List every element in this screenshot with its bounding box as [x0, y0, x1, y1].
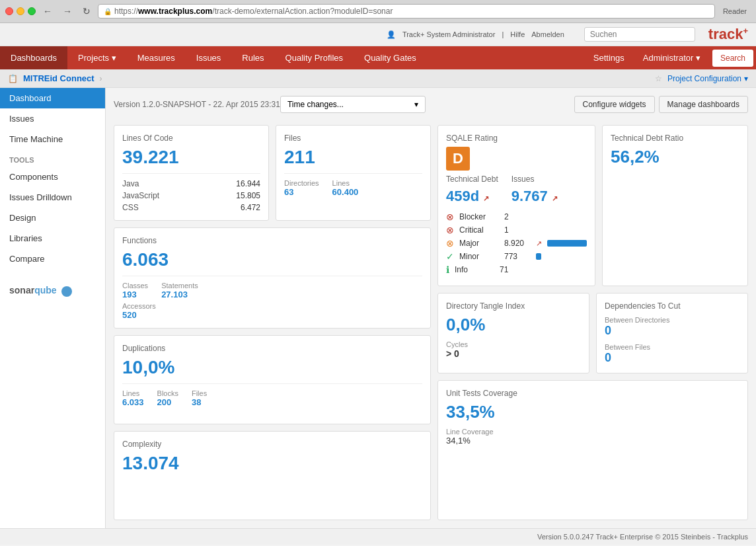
sidebar-item-issues-drilldown[interactable]: Issues Drilldown [0, 187, 105, 208]
breadcrumb-bar: 📋 MITREid Connect › ☆ Project Configurat… [0, 69, 756, 88]
version-text: Version 1.2.0-SNAPSHOT - 22. Apr 2015 23… [114, 100, 280, 109]
accessors-item: Accessors 520 [122, 302, 156, 320]
files-value: 211 [284, 147, 422, 168]
back-button[interactable]: ← [40, 5, 56, 18]
major-trend-icon: ↗ [536, 239, 542, 248]
nav-issues[interactable]: Issues [186, 46, 232, 69]
nav-search-button[interactable]: Search [712, 50, 753, 67]
major-count: 8.920 [504, 239, 531, 248]
tangle-card: Directory Tangle Index 0,0% Cycles > 0 [437, 293, 589, 373]
main-navigation: Dashboards Projects ▾ Measures Issues Ru… [0, 46, 756, 69]
lines-label: Lines [332, 179, 359, 187]
nav-projects[interactable]: Projects ▾ [67, 46, 127, 69]
complexity-title: Complexity [122, 440, 422, 449]
major-icon: ⊗ [446, 238, 454, 249]
sidebar-item-design[interactable]: Design [0, 208, 105, 228]
functions-value: 6.063 [122, 249, 422, 270]
sidebar-item-libraries[interactable]: Libraries [0, 228, 105, 249]
help-separator: | [502, 30, 504, 38]
dup-files-value: 38 [192, 397, 207, 407]
user-name: Track+ System Administrator [402, 30, 496, 38]
dup-lines-item: Lines 6.033 [122, 389, 144, 407]
between-files-label: Between Files [605, 343, 739, 351]
tangle-value: 0,0% [446, 315, 581, 335]
configure-widgets-button[interactable]: Configure widgets [574, 96, 655, 113]
sidebar-item-compare[interactable]: Compare [0, 249, 105, 269]
complexity-card: Complexity 13.074 [114, 431, 431, 520]
time-dropdown[interactable]: Time changes... ▾ [280, 96, 426, 113]
help-link[interactable]: Hilfe [510, 30, 525, 38]
statements-value: 27.103 [161, 290, 198, 299]
sidebar-item-issues[interactable]: Issues [0, 108, 105, 129]
top-search-input[interactable] [584, 27, 695, 42]
reader-button[interactable]: Reader [719, 6, 751, 17]
line-coverage-block: Line Coverage 34,1% [446, 428, 739, 446]
java-label: Java [122, 179, 139, 188]
issues-value: 9.767 ↗ [511, 188, 558, 205]
close-dot[interactable] [5, 7, 13, 15]
blocker-count: 2 [504, 212, 531, 221]
logout-link[interactable]: Abmelden [531, 30, 564, 38]
project-config-link[interactable]: Project Configuration ▾ [667, 74, 748, 83]
cycles-value: > 0 [446, 348, 581, 359]
files-title: Files [284, 134, 422, 143]
dup-files-item: Files 38 [192, 389, 207, 407]
accessors-value: 520 [122, 310, 156, 320]
refresh-button[interactable]: ↻ [79, 5, 94, 18]
classes-value: 193 [122, 290, 148, 299]
sidebar-item-dashboard[interactable]: Dashboard [0, 88, 105, 108]
nav-measures[interactable]: Measures [127, 46, 186, 69]
dependencies-card: Dependencies To Cut Between Directories … [596, 293, 748, 373]
issue-row-minor: ✓ Minor 773 [446, 251, 587, 262]
js-value: 15.805 [236, 191, 260, 200]
critical-label: Critical [459, 225, 499, 235]
main-layout: Dashboard Issues Time Machine TOOLS Comp… [0, 88, 756, 528]
url-display: https://www.trackplus.com/track-demo/ext… [114, 7, 393, 16]
between-dirs-label: Between Directories [605, 316, 739, 324]
accessors-label: Accessors [122, 302, 156, 310]
issue-rows: ⊗ Blocker 2 ⊗ Critical 1 ⊗ M [446, 212, 587, 275]
nav-quality-gates[interactable]: Quality Gates [354, 46, 427, 69]
tech-debt-ratio-value: 56,2% [611, 147, 739, 167]
window-controls [5, 7, 36, 15]
tech-debt-value: 459d ↗ [446, 188, 498, 205]
user-icon: 👤 [387, 30, 396, 39]
nav-rules[interactable]: Rules [231, 46, 274, 69]
issue-row-info: ℹ Info 71 [446, 264, 587, 275]
critical-count: 1 [504, 225, 531, 235]
track-logo: track+ [708, 26, 748, 43]
maximize-dot[interactable] [28, 7, 36, 15]
java-value: 16.944 [236, 179, 260, 188]
forward-button[interactable]: → [59, 5, 75, 18]
dup-blocks-label: Blocks [157, 389, 178, 397]
loc-card: Lines Of Code 39.221 Java 16.944 JavaScr… [114, 125, 269, 221]
minor-label: Minor [459, 252, 499, 261]
favorite-star-icon[interactable]: ☆ [655, 74, 662, 83]
user-bar: 👤 Track+ System Administrator | Hilfe Ab… [0, 23, 756, 46]
files-sub-metrics: Directories 63 Lines 60.400 [284, 179, 422, 197]
breadcrumb-project-link[interactable]: MITREid Connect [23, 73, 94, 83]
nav-settings[interactable]: Settings [584, 46, 634, 69]
nav-dashboards[interactable]: Dashboards [0, 46, 67, 69]
statements-label: Statements [161, 282, 198, 290]
functions-sub: Classes 193 Statements 27.103 [122, 282, 422, 299]
manage-dashboards-button[interactable]: Manage dashboards [659, 96, 748, 113]
css-label: CSS [122, 203, 139, 212]
minimize-dot[interactable] [17, 7, 24, 15]
issues-label: Issues [511, 175, 558, 184]
dirs-value: 63 [284, 187, 319, 197]
duplications-title: Duplications [122, 344, 422, 353]
css-value: 6.472 [241, 203, 260, 212]
minor-bar [536, 253, 541, 260]
nav-quality-profiles[interactable]: Quality Profiles [275, 46, 354, 69]
functions-card: Functions 6.063 Classes 193 Statements 2… [114, 227, 431, 329]
line-coverage-label: Line Coverage [446, 428, 739, 436]
sonarqube-logo: sonarqube [0, 276, 105, 306]
address-bar[interactable]: 🔒 https://www.trackplus.com/track-demo/e… [98, 4, 715, 19]
classes-item: Classes 193 [122, 282, 148, 299]
sidebar-item-components[interactable]: Components [0, 167, 105, 187]
sidebar-item-time-machine[interactable]: Time Machine [0, 129, 105, 149]
cycles-label: Cycles [446, 340, 581, 348]
nav-administrator[interactable]: Administrator ▾ [634, 46, 710, 69]
lines-item: Lines 60.400 [332, 179, 359, 197]
